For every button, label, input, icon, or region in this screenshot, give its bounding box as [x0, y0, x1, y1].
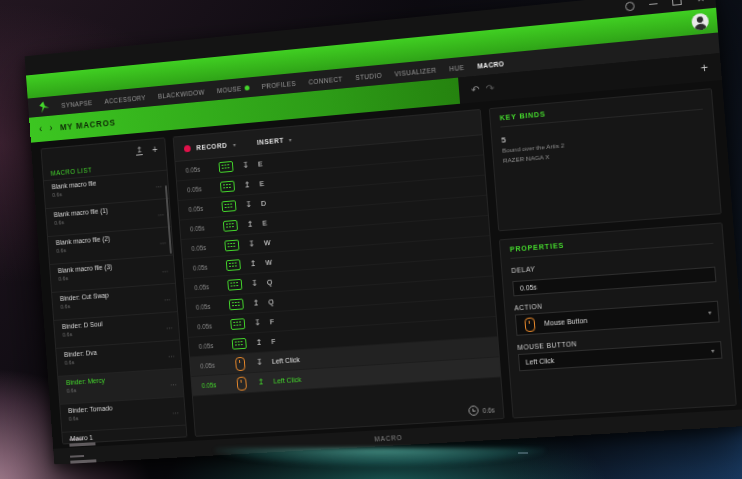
key-up-icon: ↥ — [252, 298, 260, 307]
undo-icon[interactable]: ↶ — [471, 83, 480, 95]
record-button[interactable]: RECORD — [196, 141, 227, 151]
key-down-icon: ↧ — [244, 200, 252, 209]
event-delay: 0.05s — [190, 224, 215, 233]
event-delay: 0.05s — [185, 165, 210, 174]
keyboard-icon — [232, 338, 247, 350]
event-key: F — [271, 338, 276, 345]
keyboard-icon — [226, 259, 241, 271]
macro-sub: 0.6s — [62, 328, 103, 339]
add-keybind-button[interactable]: + — [700, 60, 709, 75]
duration-indicator: 0.6s — [468, 404, 495, 416]
tab-mouse[interactable]: MOUSE — [217, 84, 250, 94]
item-menu-icon[interactable]: ⋯ — [155, 182, 162, 190]
insert-button[interactable]: INSERT — [257, 136, 284, 145]
item-menu-icon[interactable]: ⋯ — [166, 324, 173, 332]
reflection-dots — [518, 452, 528, 454]
tab-synapse[interactable]: SYNAPSE — [61, 99, 92, 109]
list-reflection — [69, 437, 97, 472]
item-menu-icon[interactable]: ⋯ — [168, 352, 175, 360]
keyboard-icon — [227, 279, 242, 291]
mouse-icon — [524, 317, 535, 332]
record-icon — [184, 144, 191, 151]
event-key: Q — [268, 298, 274, 305]
redo-icon[interactable]: ↷ — [485, 82, 494, 94]
tab-mouse-label: MOUSE — [217, 85, 242, 94]
key-down-icon: ↧ — [241, 161, 249, 171]
tab-profiles[interactable]: PROFILES — [261, 79, 296, 89]
screen-reflection-glow — [215, 448, 545, 466]
event-key: Q — [267, 279, 273, 286]
item-menu-icon[interactable]: ⋯ — [159, 239, 166, 247]
mouse-down-icon: ↧ — [255, 358, 263, 367]
maximize-icon[interactable] — [672, 0, 682, 6]
key-up-icon: ↥ — [243, 180, 251, 189]
event-delay: 0.05s — [193, 263, 218, 272]
item-menu-icon[interactable]: ⋯ — [157, 211, 164, 219]
event-delay: 0.05s — [194, 283, 219, 292]
key-binds-panel: KEY BINDS 5 Bound over the Artis 2 RAZER… — [489, 88, 722, 231]
forward-icon[interactable]: › — [49, 123, 53, 133]
mouse-button-value: Left Click — [525, 347, 704, 365]
event-delay: 0.05s — [198, 341, 223, 350]
event-key: D — [261, 200, 266, 207]
content-area: ↥ + MACRO LIST Blank macro file0.6s⋯ Bla… — [31, 80, 742, 449]
event-delay: 0.05s — [197, 322, 222, 331]
keyboard-icon — [218, 161, 233, 173]
event-key: E — [259, 180, 264, 187]
user-avatar-icon[interactable] — [691, 13, 709, 31]
tab-accessory[interactable]: ACCESSORY — [104, 94, 146, 105]
total-duration: 0.6s — [482, 406, 495, 414]
minimize-icon[interactable] — [650, 3, 658, 5]
macro-sub: 0.6s — [64, 357, 97, 367]
tab-studio[interactable]: STUDIO — [355, 71, 382, 80]
key-up-icon: ↥ — [249, 259, 257, 268]
event-delay: 0.05s — [187, 184, 212, 193]
tab-visualizer[interactable]: VISUALIZER — [394, 66, 436, 77]
key-up-icon: ↥ — [255, 338, 263, 347]
tab-hue[interactable]: HUE — [449, 63, 465, 71]
key-down-icon: ↧ — [247, 239, 255, 248]
keyboard-icon — [229, 299, 244, 311]
keyboard-icon — [230, 318, 245, 330]
mouse-up-icon: ↥ — [257, 377, 265, 386]
chevron-down-icon: ▾ — [711, 347, 715, 354]
settings-icon[interactable] — [625, 1, 635, 11]
event-key: E — [262, 219, 267, 226]
mouse-icon — [236, 376, 247, 390]
keyboard-icon — [224, 240, 239, 252]
tab-connect[interactable]: CONNECT — [308, 75, 343, 85]
mouse-icon — [235, 356, 246, 370]
key-up-icon: ↥ — [246, 220, 254, 229]
tab-blackwidow[interactable]: BLACKWIDOW — [158, 88, 205, 99]
back-icon[interactable]: ‹ — [39, 124, 43, 134]
chevron-down-icon[interactable]: ▾ — [288, 135, 291, 142]
item-menu-icon[interactable]: ⋯ — [170, 380, 177, 388]
macro-sub: 0.6s — [68, 412, 113, 422]
page-title: MY MACROS — [60, 117, 116, 132]
chevron-down-icon: ▾ — [708, 308, 712, 315]
tab-macro[interactable]: MACRO — [477, 60, 504, 70]
event-key: Left Click — [273, 376, 301, 385]
event-key: W — [264, 239, 271, 246]
key-down-icon: ↧ — [253, 318, 261, 327]
item-menu-icon[interactable]: ⋯ — [162, 267, 169, 275]
event-key: F — [270, 318, 275, 325]
chevron-down-icon[interactable]: ▾ — [233, 140, 236, 147]
clock-icon — [468, 405, 479, 416]
import-icon[interactable]: ↥ — [136, 146, 143, 155]
footer-label: MACRO — [374, 433, 403, 442]
action-value: Mouse Button — [544, 309, 701, 327]
new-macro-button[interactable]: + — [152, 144, 158, 155]
event-delay: 0.05s — [201, 381, 226, 389]
event-key: E — [258, 160, 263, 167]
macro-editor-panel: RECORD ▾ INSERT ▾ 0.05s↧E 0.05s↥E 0.05s↧… — [173, 109, 505, 437]
event-delay: 0.05s — [191, 243, 216, 252]
event-delay: 0.05s — [196, 302, 221, 311]
right-column: KEY BINDS 5 Bound over the Artis 2 RAZER… — [489, 88, 737, 418]
close-icon[interactable]: ✕ — [696, 0, 705, 4]
item-menu-icon[interactable]: ⋯ — [164, 295, 171, 303]
keyboard-icon — [221, 200, 236, 212]
properties-panel: PROPERTIES DELAY ACTION Mouse Button ▾ M… — [499, 222, 737, 418]
item-menu-icon[interactable]: ⋯ — [172, 409, 179, 417]
keyboard-icon — [220, 181, 235, 193]
